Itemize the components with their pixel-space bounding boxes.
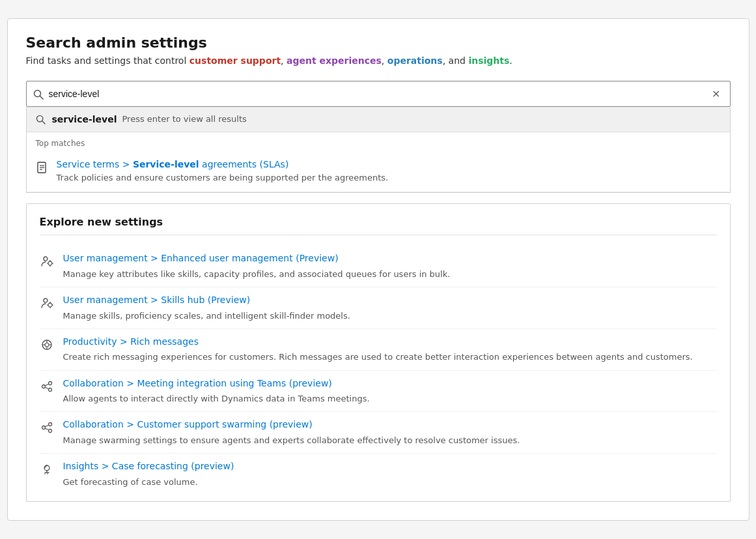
svg-point-9 [48, 261, 52, 265]
match-desc: Track policies and ensure customers are … [57, 173, 389, 182]
explore-title: Explore new settings [40, 216, 717, 235]
explore-desc-1: Manage key attributes like skills, capac… [63, 269, 451, 279]
search-bar-wrapper: × service-level Press enter to view all … [26, 81, 731, 194]
explore-item-case-forecasting[interactable]: Insights > Case forecasting (preview) Ge… [40, 454, 717, 495]
explore-content-3: Productivity > Rich messages Create rich… [63, 336, 693, 364]
document-icon [36, 160, 49, 174]
search-bar: × [26, 81, 731, 107]
suggestion-hint: Press enter to view all results [122, 114, 246, 124]
match-breadcrumb: Service terms > [57, 159, 133, 169]
svg-line-35 [45, 429, 49, 431]
svg-line-3 [42, 121, 44, 124]
svg-point-14 [44, 299, 48, 302]
explore-link-2: User management > Skills hub (Preview) [63, 294, 350, 307]
search-suggestion-row[interactable]: service-level Press enter to view all re… [27, 107, 730, 132]
collaboration-icon-1 [40, 379, 54, 393]
explore-content-1: User management > Enhanced user manageme… [63, 252, 451, 280]
match-title: Service terms > Service-level agreements… [57, 158, 389, 171]
explore-link-4: Collaboration > Meeting integration usin… [63, 377, 370, 390]
svg-point-15 [48, 303, 52, 307]
svg-point-28 [48, 388, 51, 391]
svg-line-1 [40, 96, 43, 99]
svg-point-31 [42, 426, 45, 430]
top-matches-label: Top matches [27, 132, 730, 152]
match-item[interactable]: Service terms > Service-level agreements… [27, 152, 730, 193]
user-management-icon-1 [40, 254, 54, 268]
subtitle-insights: insights [468, 55, 509, 66]
page-title: Search admin settings [26, 35, 731, 51]
explore-desc-3: Create rich messaging experiences for cu… [63, 352, 693, 362]
productivity-icon [40, 337, 54, 351]
explore-section: Explore new settings User management > E… [26, 203, 731, 502]
svg-point-33 [48, 430, 51, 433]
clear-icon[interactable]: × [709, 85, 723, 102]
explore-link-5: Collaboration > Customer support swarmin… [63, 418, 520, 431]
explore-link-6: Insights > Case forecasting (preview) [63, 460, 234, 473]
svg-point-32 [48, 423, 51, 426]
suggestion-bold: service-level [52, 114, 117, 124]
page-subtitle: Find tasks and settings that control cus… [26, 55, 731, 68]
search-icon [33, 87, 44, 100]
explore-item-meeting-integration[interactable]: Collaboration > Meeting integration usin… [40, 371, 717, 413]
collaboration-icon-2 [40, 420, 54, 434]
explore-link-3: Productivity > Rich messages [63, 336, 693, 349]
main-container: Search admin settings Find tasks and set… [7, 18, 749, 521]
svg-line-34 [45, 426, 49, 428]
explore-content-6: Insights > Case forecasting (preview) Ge… [63, 460, 234, 488]
explore-content-5: Collaboration > Customer support swarmin… [63, 418, 520, 446]
explore-desc-4: Allow agents to interact directly with D… [63, 394, 370, 403]
svg-point-8 [44, 257, 48, 261]
subtitle-operations: operations [387, 55, 443, 66]
svg-line-30 [45, 387, 49, 389]
insights-icon [40, 461, 54, 476]
explore-content-2: User management > Skills hub (Preview) M… [63, 294, 350, 322]
suggestion-search-icon [36, 113, 46, 125]
search-dropdown: service-level Press enter to view all re… [26, 107, 731, 194]
svg-point-21 [45, 343, 49, 347]
svg-point-26 [42, 385, 45, 388]
explore-item-user-management-enhanced[interactable]: User management > Enhanced user manageme… [40, 246, 717, 287]
explore-item-skills-hub[interactable]: User management > Skills hub (Preview) M… [40, 287, 717, 329]
subtitle-agent: agent experiences [287, 55, 382, 66]
explore-content-4: Collaboration > Meeting integration usin… [63, 377, 370, 405]
match-after: agreements (SLAs) [199, 159, 289, 169]
svg-point-27 [48, 381, 51, 385]
match-bold: Service-level [133, 159, 199, 169]
explore-desc-6: Get forecasting of case volume. [63, 477, 198, 487]
search-input[interactable] [49, 89, 710, 99]
match-content: Service terms > Service-level agreements… [57, 158, 389, 183]
svg-line-29 [45, 384, 49, 386]
subtitle-customer: customer support [189, 55, 281, 66]
explore-desc-2: Manage skills, proficiency scales, and i… [63, 311, 350, 321]
explore-item-rich-messages[interactable]: Productivity > Rich messages Create rich… [40, 329, 717, 371]
user-management-icon-2 [40, 295, 54, 310]
explore-desc-5: Manage swarming settings to ensure agent… [63, 435, 520, 445]
explore-link-1: User management > Enhanced user manageme… [63, 252, 451, 265]
explore-item-customer-swarming[interactable]: Collaboration > Customer support swarmin… [40, 412, 717, 454]
